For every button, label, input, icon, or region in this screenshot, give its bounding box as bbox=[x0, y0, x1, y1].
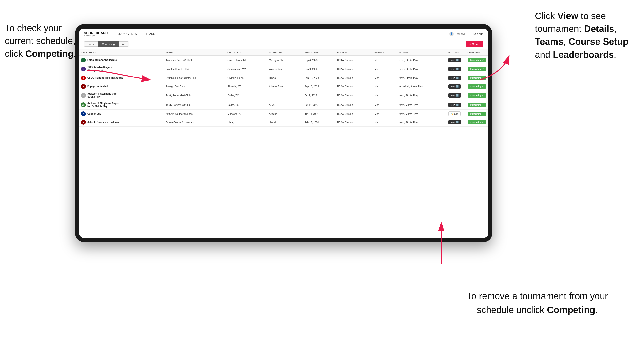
team-logo: F bbox=[81, 58, 86, 62]
annotation-teams-bold: Teams bbox=[535, 36, 564, 47]
cell-competing: Competing ✓ bbox=[466, 56, 488, 64]
event-name-text: Papago Individual bbox=[87, 85, 108, 88]
team-logo: P bbox=[81, 84, 86, 89]
filter-tabs: Home Competing All bbox=[84, 41, 129, 47]
cell-start-date: Sep 4, 2023 bbox=[302, 56, 335, 64]
cell-actions: ✏️ Edit bbox=[446, 110, 466, 118]
col-hosted-by: HOSTED BY bbox=[267, 49, 302, 56]
table-row: F Folds of Honor Collegiate American Dun… bbox=[79, 56, 488, 64]
table-row: JS Jackson T. Stephens Cup – Men's Match… bbox=[79, 100, 488, 110]
view-button[interactable]: View ℹ️ bbox=[448, 120, 461, 125]
annotation-bottom-text: To remove a tournament from your schedul… bbox=[467, 291, 608, 315]
cell-scoring: team, Stroke Play bbox=[397, 64, 446, 74]
team-logo: H bbox=[81, 120, 86, 125]
view-button[interactable]: View ℹ️ bbox=[448, 103, 461, 107]
scoreboard-logo: SCOREBOARD Powered by clippi bbox=[84, 31, 108, 36]
view-button[interactable]: View ℹ️ bbox=[448, 58, 461, 62]
cell-actions: View ℹ️ bbox=[446, 82, 466, 91]
filter-all[interactable]: All bbox=[118, 41, 129, 47]
cell-scoring: team, Stroke Play bbox=[397, 56, 446, 64]
cell-competing: Competing ✓ bbox=[466, 91, 488, 100]
table-body: F Folds of Honor Collegiate American Dun… bbox=[79, 56, 488, 127]
nav-tournaments[interactable]: TOURNAMENTS bbox=[115, 32, 138, 36]
filter-competing[interactable]: Competing bbox=[98, 41, 118, 47]
event-name-text: 2023 Sahalee Players Championship bbox=[87, 66, 125, 72]
cell-venue: Olympia Fields Country Club bbox=[164, 74, 226, 82]
annotation-details-bold: Details bbox=[584, 24, 614, 34]
cell-hosted-by: Michigan State bbox=[267, 56, 302, 64]
tablet-frame: SCOREBOARD Powered by clippi TOURNAMENTS… bbox=[75, 24, 492, 242]
team-logo: JS bbox=[81, 102, 86, 107]
edit-button[interactable]: ✏️ Edit bbox=[448, 111, 461, 116]
cell-venue: Ak-Chin Southern Dunes bbox=[164, 110, 226, 118]
cell-event-name: I OFCC Fighting Illini Invitational bbox=[79, 74, 164, 82]
cell-gender: Men bbox=[372, 64, 397, 74]
cell-event-name: JS Jackson T. Stephens Cup – Men's Match… bbox=[79, 100, 164, 110]
competing-button[interactable]: Competing ✓ bbox=[468, 93, 487, 98]
nav-teams[interactable]: TEAMS bbox=[145, 32, 156, 36]
cell-event-name: F Folds of Honor Collegiate bbox=[79, 56, 164, 64]
cell-actions: View ℹ️ bbox=[446, 64, 466, 74]
cell-gender: Men bbox=[372, 56, 397, 64]
cell-hosted-by: Arizona bbox=[267, 110, 302, 118]
filter-home[interactable]: Home bbox=[84, 41, 98, 47]
cell-scoring: team, Stroke Play bbox=[397, 74, 446, 82]
cell-start-date: Jan 14, 2024 bbox=[302, 110, 335, 118]
annotation-view-bold: View bbox=[558, 11, 578, 21]
event-name-text: Jackson T. Stephens Cup – Men's Match Pl… bbox=[87, 102, 125, 108]
col-city-state: CITY, STATE bbox=[226, 49, 267, 56]
cell-start-date: Oct 9, 2023 bbox=[302, 91, 335, 100]
cell-hosted-by: Illinois bbox=[267, 74, 302, 82]
annotation-leaderboards-bold: Leaderboards bbox=[553, 50, 614, 60]
cell-division: NCAA Division I bbox=[335, 74, 372, 82]
user-icon: 👤 bbox=[449, 32, 454, 36]
team-logo: W bbox=[81, 67, 86, 71]
tablet-screen: SCOREBOARD Powered by clippi TOURNAMENTS… bbox=[79, 28, 488, 238]
view-button[interactable]: View ℹ️ bbox=[448, 93, 461, 98]
cell-competing: Competing ✓ bbox=[466, 74, 488, 82]
cell-city-state: Dallas, TX bbox=[226, 100, 267, 110]
cell-scoring: team, Match Play bbox=[397, 110, 446, 118]
cell-venue: Sahalee Country Club bbox=[164, 64, 226, 74]
cell-venue: Ocean Course At Hokuala bbox=[164, 118, 226, 127]
view-button[interactable]: View ℹ️ bbox=[448, 84, 461, 89]
cell-competing: Competing ✓ bbox=[466, 100, 488, 110]
cell-actions: View ℹ️ bbox=[446, 118, 466, 127]
cell-hosted-by: Washington bbox=[267, 64, 302, 74]
competing-button[interactable]: Competing ✓ bbox=[468, 76, 487, 80]
nav-separator: | bbox=[469, 32, 470, 35]
cell-event-name: W 2023 Sahalee Players Championship bbox=[79, 64, 164, 74]
cell-division: NCAA Division I bbox=[335, 64, 372, 74]
competing-button[interactable]: Competing ✓ bbox=[468, 67, 487, 71]
table-row: H John A. Burns Intercollegiate Ocean Co… bbox=[79, 118, 488, 127]
col-scoring: SCORING bbox=[397, 49, 446, 56]
cell-city-state: Lihue, HI bbox=[226, 118, 267, 127]
cell-scoring: team, Stroke Play bbox=[397, 118, 446, 127]
view-button[interactable]: View ℹ️ bbox=[448, 76, 461, 80]
event-name-text: OFCC Fighting Illini Invitational bbox=[87, 76, 124, 79]
cell-division: NCAA Division I bbox=[335, 100, 372, 110]
cell-venue: American Dunes Golf Club bbox=[164, 56, 226, 64]
competing-button[interactable]: Competing ✓ bbox=[468, 112, 487, 116]
cell-division: NCAA Division I bbox=[335, 91, 372, 100]
create-button[interactable]: + Create bbox=[466, 41, 484, 47]
annotation-bottom-right: To remove a tournament from your schedul… bbox=[455, 289, 620, 317]
filter-bar: Home Competing All + Create bbox=[79, 39, 488, 49]
col-competing: COMPETING bbox=[466, 49, 488, 56]
cell-hosted-by bbox=[267, 91, 302, 100]
cell-start-date: Sep 18, 2023 bbox=[302, 82, 335, 91]
cell-scoring: team, Match Play bbox=[397, 100, 446, 110]
competing-button[interactable]: Competing ✓ bbox=[468, 120, 487, 125]
competing-button[interactable]: Competing ✓ bbox=[468, 84, 487, 89]
sign-out-link[interactable]: Sign out bbox=[472, 32, 484, 36]
competing-button[interactable]: Competing ✓ bbox=[468, 103, 487, 107]
competing-button[interactable]: Competing ✓ bbox=[468, 58, 487, 62]
view-button[interactable]: View ℹ️ bbox=[448, 67, 461, 71]
cell-city-state: Dallas, TX bbox=[226, 91, 267, 100]
annotation-right-text: Click View to see tournament Details, Te… bbox=[535, 11, 628, 60]
cell-hosted-by: ABAC bbox=[267, 100, 302, 110]
cell-event-name: H John A. Burns Intercollegiate bbox=[79, 118, 164, 127]
cell-start-date: Oct 11, 2023 bbox=[302, 100, 335, 110]
cell-actions: View ℹ️ bbox=[446, 56, 466, 64]
col-start-date: START DATE bbox=[302, 49, 335, 56]
